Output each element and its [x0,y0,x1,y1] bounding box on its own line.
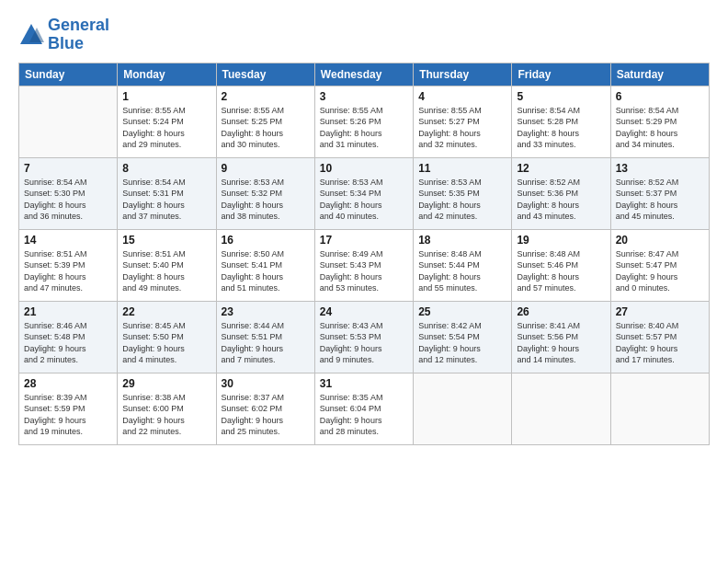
day-number: 22 [122,305,210,318]
day-number: 3 [320,90,408,103]
day-number: 11 [418,162,506,175]
day-number: 10 [320,162,408,175]
day-info: Sunrise: 8:39 AMSunset: 5:59 PMDaylight:… [24,392,112,438]
table-row: 9Sunrise: 8:53 AMSunset: 5:32 PMDaylight… [216,157,314,229]
day-number: 19 [517,234,605,247]
day-info: Sunrise: 8:54 AMSunset: 5:30 PMDaylight:… [24,177,112,223]
day-info: Sunrise: 8:52 AMSunset: 5:37 PMDaylight:… [616,177,704,223]
day-number: 5 [517,90,605,103]
calendar-row-4: 28Sunrise: 8:39 AMSunset: 5:59 PMDayligh… [19,373,710,444]
day-number: 18 [418,234,506,247]
day-info: Sunrise: 8:48 AMSunset: 5:44 PMDaylight:… [418,248,506,294]
day-number: 1 [122,90,210,103]
day-number: 20 [616,234,704,247]
table-row: 18Sunrise: 8:48 AMSunset: 5:44 PMDayligh… [414,229,512,301]
day-number: 27 [616,305,704,318]
day-info: Sunrise: 8:37 AMSunset: 6:02 PMDaylight:… [222,392,310,438]
header: General Blue [18,17,710,53]
day-info: Sunrise: 8:41 AMSunset: 5:56 PMDaylight:… [517,320,605,366]
day-number: 15 [122,234,210,247]
day-info: Sunrise: 8:51 AMSunset: 5:40 PMDaylight:… [122,248,210,294]
table-row: 24Sunrise: 8:43 AMSunset: 5:53 PMDayligh… [314,301,413,373]
day-number: 17 [320,234,408,247]
day-info: Sunrise: 8:55 AMSunset: 5:25 PMDaylight:… [222,105,310,151]
day-number: 4 [418,90,506,103]
day-info: Sunrise: 8:55 AMSunset: 5:24 PMDaylight:… [122,105,210,151]
day-number: 14 [24,234,112,247]
day-info: Sunrise: 8:49 AMSunset: 5:43 PMDaylight:… [320,248,408,294]
table-row: 17Sunrise: 8:49 AMSunset: 5:43 PMDayligh… [314,229,413,301]
table-row: 26Sunrise: 8:41 AMSunset: 5:56 PMDayligh… [512,301,610,373]
day-number: 7 [24,162,112,175]
day-number: 26 [517,305,605,318]
table-row: 30Sunrise: 8:37 AMSunset: 6:02 PMDayligh… [216,373,314,444]
day-number: 8 [122,162,210,175]
day-number: 21 [24,305,112,318]
day-info: Sunrise: 8:40 AMSunset: 5:57 PMDaylight:… [616,320,704,366]
day-info: Sunrise: 8:51 AMSunset: 5:39 PMDaylight:… [24,248,112,294]
calendar-row-3: 21Sunrise: 8:46 AMSunset: 5:48 PMDayligh… [19,301,710,373]
table-row: 15Sunrise: 8:51 AMSunset: 5:40 PMDayligh… [118,229,216,301]
table-row: 23Sunrise: 8:44 AMSunset: 5:51 PMDayligh… [216,301,314,373]
table-row: 5Sunrise: 8:54 AMSunset: 5:28 PMDaylight… [512,86,610,157]
table-row: 28Sunrise: 8:39 AMSunset: 5:59 PMDayligh… [19,373,118,444]
day-info: Sunrise: 8:47 AMSunset: 5:47 PMDaylight:… [616,248,704,294]
day-number: 13 [616,162,704,175]
day-number: 6 [616,90,704,103]
day-info: Sunrise: 8:35 AMSunset: 6:04 PMDaylight:… [320,392,408,438]
day-number: 16 [222,234,310,247]
table-row [19,86,118,157]
day-info: Sunrise: 8:48 AMSunset: 5:46 PMDaylight:… [517,248,605,294]
day-info: Sunrise: 8:55 AMSunset: 5:26 PMDaylight:… [320,105,408,151]
day-number: 9 [222,162,310,175]
day-number: 28 [24,377,112,390]
table-row: 19Sunrise: 8:48 AMSunset: 5:46 PMDayligh… [512,229,610,301]
weekday-wednesday: Wednesday [314,63,413,86]
weekday-header-row: SundayMondayTuesdayWednesdayThursdayFrid… [19,63,710,86]
table-row: 10Sunrise: 8:53 AMSunset: 5:34 PMDayligh… [314,157,413,229]
day-info: Sunrise: 8:46 AMSunset: 5:48 PMDaylight:… [24,320,112,366]
day-number: 31 [320,377,408,390]
calendar-row-0: 1Sunrise: 8:55 AMSunset: 5:24 PMDaylight… [19,86,710,157]
weekday-saturday: Saturday [610,63,709,86]
table-row [512,373,610,444]
day-info: Sunrise: 8:53 AMSunset: 5:34 PMDaylight:… [320,177,408,223]
day-info: Sunrise: 8:53 AMSunset: 5:32 PMDaylight:… [222,177,310,223]
table-row [414,373,512,444]
table-row: 11Sunrise: 8:53 AMSunset: 5:35 PMDayligh… [414,157,512,229]
logo: General Blue [18,17,109,53]
calendar-row-1: 7Sunrise: 8:54 AMSunset: 5:30 PMDaylight… [19,157,710,229]
day-info: Sunrise: 8:54 AMSunset: 5:28 PMDaylight:… [517,105,605,151]
page: General Blue SundayMondayTuesdayWednesda… [0,0,728,563]
logo-text-general: General [48,17,109,35]
table-row: 22Sunrise: 8:45 AMSunset: 5:50 PMDayligh… [118,301,216,373]
day-info: Sunrise: 8:50 AMSunset: 5:41 PMDaylight:… [222,248,310,294]
table-row: 27Sunrise: 8:40 AMSunset: 5:57 PMDayligh… [610,301,709,373]
table-row [610,373,709,444]
table-row: 4Sunrise: 8:55 AMSunset: 5:27 PMDaylight… [414,86,512,157]
table-row: 2Sunrise: 8:55 AMSunset: 5:25 PMDaylight… [216,86,314,157]
table-row: 29Sunrise: 8:38 AMSunset: 6:00 PMDayligh… [118,373,216,444]
day-info: Sunrise: 8:54 AMSunset: 5:29 PMDaylight:… [616,105,704,151]
table-row: 1Sunrise: 8:55 AMSunset: 5:24 PMDaylight… [118,86,216,157]
weekday-thursday: Thursday [414,63,512,86]
weekday-friday: Friday [512,63,610,86]
day-info: Sunrise: 8:52 AMSunset: 5:36 PMDaylight:… [517,177,605,223]
table-row: 31Sunrise: 8:35 AMSunset: 6:04 PMDayligh… [314,373,413,444]
day-number: 2 [222,90,310,103]
day-number: 24 [320,305,408,318]
day-info: Sunrise: 8:42 AMSunset: 5:54 PMDaylight:… [418,320,506,366]
day-info: Sunrise: 8:44 AMSunset: 5:51 PMDaylight:… [222,320,310,366]
table-row: 16Sunrise: 8:50 AMSunset: 5:41 PMDayligh… [216,229,314,301]
table-row: 8Sunrise: 8:54 AMSunset: 5:31 PMDaylight… [118,157,216,229]
day-info: Sunrise: 8:55 AMSunset: 5:27 PMDaylight:… [418,105,506,151]
table-row: 7Sunrise: 8:54 AMSunset: 5:30 PMDaylight… [19,157,118,229]
weekday-sunday: Sunday [19,63,118,86]
table-row: 3Sunrise: 8:55 AMSunset: 5:26 PMDaylight… [314,86,413,157]
day-info: Sunrise: 8:38 AMSunset: 6:00 PMDaylight:… [122,392,210,438]
table-row: 21Sunrise: 8:46 AMSunset: 5:48 PMDayligh… [19,301,118,373]
calendar-row-2: 14Sunrise: 8:51 AMSunset: 5:39 PMDayligh… [19,229,710,301]
day-number: 30 [222,377,310,390]
day-info: Sunrise: 8:53 AMSunset: 5:35 PMDaylight:… [418,177,506,223]
table-row: 20Sunrise: 8:47 AMSunset: 5:47 PMDayligh… [610,229,709,301]
